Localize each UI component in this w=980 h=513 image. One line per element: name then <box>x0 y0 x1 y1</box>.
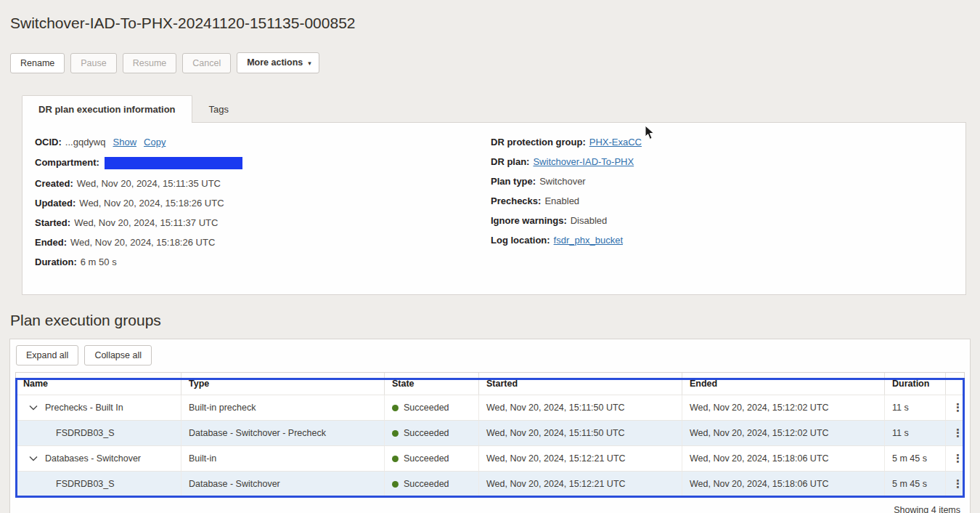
field-label: OCID: <box>35 137 62 148</box>
field-label: Compartment: <box>35 157 99 168</box>
field-label: Prechecks: <box>491 195 541 206</box>
collapse-all-button[interactable]: Collapse all <box>84 345 152 365</box>
plan-execution-groups-table: NameTypeStateStartedEndedDuration Preche… <box>15 372 965 497</box>
kebab-menu-icon[interactable]: ⋮ <box>952 455 963 462</box>
field-value: Switchover <box>539 176 586 187</box>
row-duration-cell: 5 m 45 s <box>885 446 946 471</box>
field-left-6: Duration:6 m 50 s <box>35 257 491 267</box>
cancel-button[interactable]: Cancel <box>182 53 231 73</box>
row-ended-cell: Wed, Nov 20, 2024, 15:18:06 UTC <box>682 472 885 496</box>
row-actions-cell: ⋮ <box>946 421 970 445</box>
details-column-right: DR protection group:PHX-ExaCCDR plan:Swi… <box>491 137 965 277</box>
row-ended-cell: Wed, Nov 20, 2024, 15:18:06 UTC <box>682 446 885 471</box>
row-type-cell: Built-in <box>181 446 385 471</box>
field-label: Ended: <box>35 237 67 248</box>
field-label: DR protection group: <box>491 137 586 148</box>
row-started-cell: Wed, Nov 20, 2024, 15:12:21 UTC <box>479 472 682 496</box>
field-label: Plan type: <box>491 176 536 187</box>
field-left-5: Ended:Wed, Nov 20, 2024, 15:18:26 UTC <box>35 238 491 248</box>
chevron-down-icon[interactable] <box>29 405 38 411</box>
field-label: DR plan: <box>491 156 529 167</box>
row-type-cell: Built-in precheck <box>181 395 385 420</box>
row-name-label: FSDRDB03_S <box>56 479 115 489</box>
column-header-type: Type <box>181 373 385 395</box>
field-value-link[interactable]: Switchover-IAD-To-PHX <box>533 156 634 167</box>
field-value: 6 m 50 s <box>81 256 117 267</box>
field-value: Wed, Nov 20, 2024, 15:11:35 UTC <box>77 178 221 189</box>
table-row[interactable]: FSDRDB03_SDatabase - SwitchoverSucceeded… <box>16 471 964 496</box>
rename-button[interactable]: Rename <box>10 53 65 73</box>
dr-plan-execution-information-panel: OCID:...gqdywqShowCopyCompartment:Create… <box>22 122 966 295</box>
table-toolbar: Expand all Collapse all <box>16 345 965 365</box>
field-value-link[interactable]: fsdr_phx_bucket <box>554 235 623 246</box>
column-header-actions <box>946 373 970 395</box>
more-actions-button[interactable]: More actions▾ <box>237 52 319 73</box>
tab-dr-plan-execution-information[interactable]: DR plan execution information <box>22 95 192 123</box>
field-value: Disabled <box>571 215 608 226</box>
row-name-label: Prechecks - Built In <box>45 403 123 413</box>
table-row[interactable]: Databases - SwitchoverBuilt-inSucceededW… <box>16 445 964 471</box>
resume-button[interactable]: Resume <box>123 53 177 73</box>
column-header-name: Name <box>16 373 181 395</box>
plan-execution-groups-panel: Expand all Collapse all NameTypeStateSta… <box>9 339 971 513</box>
caret-down-icon: ▾ <box>308 60 311 67</box>
field-value: Wed, Nov 20, 2024, 15:18:26 UTC <box>70 237 215 248</box>
row-state-cell: Succeeded <box>385 446 479 471</box>
copy-link[interactable]: Copy <box>144 137 166 148</box>
status-dot-succeeded <box>392 456 399 462</box>
row-state-cell: Succeeded <box>385 421 479 445</box>
status-label: Succeeded <box>404 479 449 489</box>
column-header-started: Started <box>479 373 682 395</box>
table-row[interactable]: Prechecks - Built InBuilt-in precheckSuc… <box>16 395 964 420</box>
table-header-row: NameTypeStateStartedEndedDuration <box>16 373 964 395</box>
column-header-ended: Ended <box>682 373 885 395</box>
status-label: Succeeded <box>404 428 449 438</box>
table-footer-count: Showing 4 items <box>15 497 965 513</box>
field-value: Wed, Nov 20, 2024, 15:11:37 UTC <box>74 217 218 228</box>
field-label: Started: <box>35 217 70 228</box>
column-header-state: State <box>385 373 479 395</box>
field-left-4: Started:Wed, Nov 20, 2024, 15:11:37 UTC <box>35 218 491 228</box>
status-dot-succeeded <box>392 430 399 437</box>
row-duration-cell: 11 s <box>885 395 946 420</box>
row-name-label: FSDRDB03_S <box>56 428 115 438</box>
tab-tags[interactable]: Tags <box>192 95 245 122</box>
show-link[interactable]: Show <box>113 137 137 148</box>
row-name-cell: FSDRDB03_S <box>16 421 181 445</box>
row-name-cell: Prechecks - Built In <box>16 395 181 420</box>
pause-button[interactable]: Pause <box>70 53 116 73</box>
field-right-5: Log location:fsdr_phx_bucket <box>491 235 965 246</box>
field-label: Updated: <box>35 198 75 209</box>
row-actions-cell: ⋮ <box>946 446 970 471</box>
field-label: Duration: <box>35 256 77 267</box>
status-label: Succeeded <box>404 453 449 464</box>
row-state-cell: Succeeded <box>385 472 479 496</box>
row-type-cell: Database - Switchover <box>181 472 385 496</box>
field-value-link[interactable]: PHX-ExaCC <box>589 137 642 148</box>
status-dot-succeeded <box>392 481 399 488</box>
status-dot-succeeded <box>392 405 399 411</box>
field-left-1: Compartment: <box>35 157 491 169</box>
field-right-4: Ignore warnings:Disabled <box>491 216 965 226</box>
field-left-0: OCID:...gqdywqShowCopy <box>35 137 491 148</box>
row-name-label: Databases - Switchover <box>45 453 141 464</box>
column-header-duration: Duration <box>885 373 946 395</box>
chevron-down-icon[interactable] <box>29 456 38 461</box>
row-started-cell: Wed, Nov 20, 2024, 15:12:21 UTC <box>479 446 682 471</box>
field-left-2: Created:Wed, Nov 20, 2024, 15:11:35 UTC <box>35 179 491 189</box>
expand-all-button[interactable]: Expand all <box>16 345 78 365</box>
row-duration-cell: 11 s <box>885 421 946 445</box>
field-right-3: Prechecks:Enabled <box>491 196 965 206</box>
field-left-3: Updated:Wed, Nov 20, 2024, 15:18:26 UTC <box>35 198 491 209</box>
field-label: Log location: <box>491 235 550 246</box>
field-right-0: DR protection group:PHX-ExaCC <box>491 137 965 148</box>
details-column-left: OCID:...gqdywqShowCopyCompartment:Create… <box>35 137 491 277</box>
field-right-2: Plan type:Switchover <box>491 177 965 187</box>
kebab-menu-icon[interactable]: ⋮ <box>952 429 963 437</box>
field-value: Wed, Nov 20, 2024, 15:18:26 UTC <box>79 198 224 209</box>
table-row[interactable]: FSDRDB03_SDatabase - Switchover - Preche… <box>16 420 964 445</box>
row-started-cell: Wed, Nov 20, 2024, 15:11:50 UTC <box>479 421 682 445</box>
kebab-menu-icon[interactable]: ⋮ <box>952 480 963 488</box>
kebab-menu-icon[interactable]: ⋮ <box>952 404 963 411</box>
status-label: Succeeded <box>404 403 449 413</box>
